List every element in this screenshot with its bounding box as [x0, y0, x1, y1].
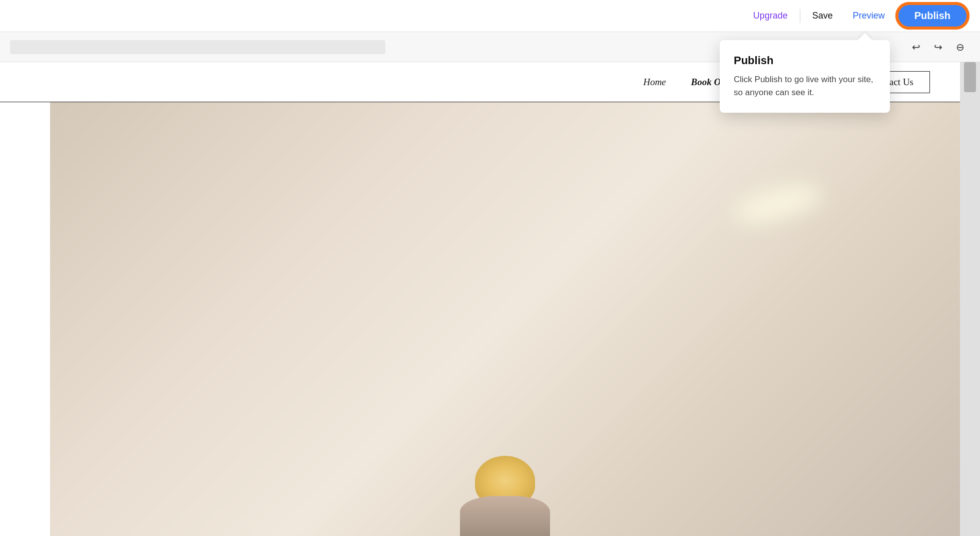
upgrade-button[interactable]: Upgrade [745, 7, 796, 25]
hero-background [50, 102, 960, 536]
zoom-out-button[interactable]: ⊖ [950, 37, 970, 57]
undo-button[interactable]: ↩ [906, 37, 926, 57]
redo-button[interactable]: ↪ [928, 37, 948, 57]
publish-button[interactable]: Publish [897, 4, 968, 28]
toolbar-divider [800, 9, 800, 23]
nav-item-home[interactable]: Home [643, 77, 666, 88]
person-body [460, 496, 550, 536]
scrollbar-thumb[interactable] [964, 62, 976, 92]
canvas-area: ▲ Home Book Online Plans & Pricing Conta… [0, 62, 980, 536]
publish-popover: Publish Click Publish to go live with yo… [720, 40, 890, 113]
top-toolbar: Upgrade Save Preview Publish [0, 0, 980, 32]
popover-title: Publish [734, 54, 876, 67]
editor-address-bar [10, 40, 385, 54]
hero-image [50, 102, 960, 536]
save-button[interactable]: Save [804, 7, 841, 25]
popover-description: Click Publish to go live with your site,… [734, 73, 876, 99]
hero-light-beam [731, 178, 826, 230]
site-preview: Home Book Online Plans & Pricing Contact… [0, 62, 960, 536]
editor-icons: ↩ ↪ ⊖ [906, 37, 970, 57]
scrollbar-track: ▲ [960, 62, 980, 536]
hero-person [435, 426, 575, 536]
preview-button[interactable]: Preview [845, 7, 893, 25]
